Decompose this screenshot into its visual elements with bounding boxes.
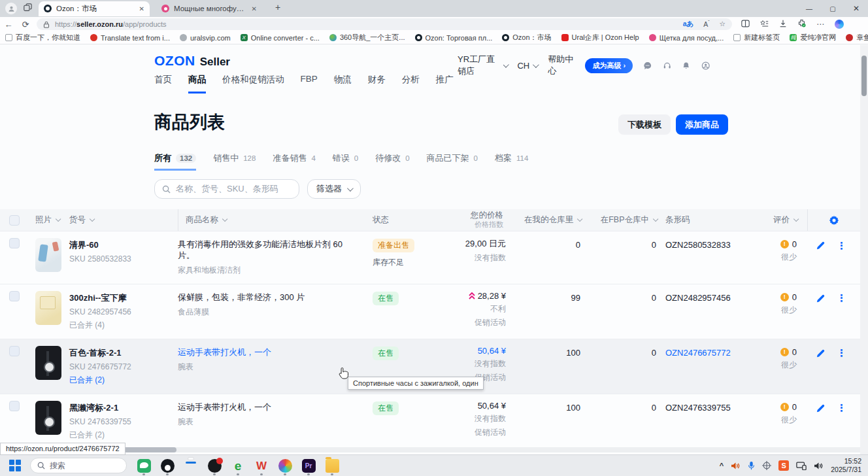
window-maximize-button[interactable]: ▢	[821, 0, 844, 17]
window-minimize-button[interactable]: —	[797, 0, 821, 17]
promo-link[interactable]: 促销活动	[459, 427, 506, 438]
become-premium-button[interactable]: 成为高级 ›	[585, 58, 633, 73]
copilot-icon[interactable]	[835, 20, 844, 29]
filter-tab-unlisted[interactable]: 商品已下架0	[427, 152, 478, 169]
window-close-button[interactable]: ✕	[844, 0, 868, 17]
tray-input-method-icon[interactable]	[762, 461, 771, 470]
tray-hidden-icons-chevron[interactable]: ^	[720, 462, 724, 469]
favorite-star-icon[interactable]: ☆	[720, 20, 726, 29]
bookmark-item[interactable]: Щетка для посуд,...	[649, 34, 724, 42]
edit-pencil-icon[interactable]	[816, 403, 826, 413]
row-checkbox[interactable]	[9, 291, 20, 301]
taskbar-file-explorer-icon[interactable]	[324, 456, 340, 475]
row-checkbox[interactable]	[9, 238, 20, 248]
column-rating[interactable]: 评价	[757, 214, 807, 226]
language-selector[interactable]: CH	[517, 61, 537, 71]
column-article[interactable]: 货号	[69, 214, 178, 226]
account-icon[interactable]	[701, 60, 710, 71]
table-row[interactable]: 清界-60SKU 2580532833 具有消毒作用的强效多功能清洁地板片剂 6…	[0, 231, 860, 284]
tab-close-icon[interactable]: ✕	[252, 5, 257, 12]
tray-volume-icon[interactable]	[731, 462, 741, 470]
filter-tab-to-fix[interactable]: 待修改0	[375, 152, 409, 169]
merged-label[interactable]: 已合并 (2)	[69, 430, 178, 441]
product-photo[interactable]	[35, 291, 61, 325]
taskbar-ie-icon[interactable]: e	[230, 456, 246, 475]
add-product-button[interactable]: 添加商品	[676, 114, 728, 135]
bookmark-item[interactable]: uralsvip.com	[180, 34, 231, 42]
nav-fbp[interactable]: FBP	[301, 74, 318, 94]
vertical-scrollbar[interactable]	[860, 45, 868, 454]
workspaces-icon[interactable]	[24, 3, 32, 14]
tray-sound-icon[interactable]	[814, 462, 824, 470]
bookmark-item[interactable]: 新建标签页	[733, 33, 780, 42]
nav-prices-promos[interactable]: 价格和促销活动	[222, 74, 284, 94]
tray-microphone-icon[interactable]	[748, 461, 755, 470]
read-aloud-icon[interactable]: Aˇ	[703, 20, 709, 29]
taskbar-edge-icon-active[interactable]	[183, 456, 199, 464]
extensions-icon[interactable]	[797, 19, 806, 29]
tab-close-icon[interactable]: ✕	[139, 5, 144, 12]
table-row[interactable]: 黑濑湾标-2-1SKU 2476339755已合并 (2) 运动手表带打火机，一…	[0, 394, 860, 449]
bookmark-item[interactable]: Translate text from i...	[90, 34, 170, 42]
filters-button[interactable]: 筛选器	[307, 179, 361, 199]
taskbar-color-wheel-icon[interactable]	[277, 456, 293, 475]
support-headset-icon[interactable]	[663, 60, 671, 71]
row-menu-icon[interactable]: ⋮	[837, 348, 846, 358]
chat-icon[interactable]	[643, 60, 652, 71]
browser-tab-inactive[interactable]: Мощные многофункциональнь ✕	[156, 1, 262, 16]
taskbar-premiere-icon[interactable]: Pr	[301, 456, 316, 475]
bookmark-item[interactable]: Ozon: Торговая пл...	[415, 34, 493, 42]
split-screen-icon[interactable]	[741, 20, 750, 29]
column-name[interactable]: 商品名称	[178, 214, 373, 226]
downloads-icon[interactable]	[779, 20, 787, 29]
row-checkbox[interactable]	[9, 346, 20, 356]
filter-tab-errors[interactable]: 错误0	[333, 152, 358, 169]
filter-tab-all[interactable]: 所有132	[154, 152, 196, 171]
favorites-bar-icon[interactable]	[760, 20, 769, 29]
product-name-link[interactable]: 运动手表带打火机，一个	[178, 346, 373, 358]
new-tab-button[interactable]: +	[275, 2, 280, 12]
nav-logistics[interactable]: 物流	[334, 74, 352, 94]
product-photo[interactable]	[35, 238, 61, 272]
download-template-button[interactable]: 下载模板	[618, 114, 671, 135]
bookmark-item[interactable]: 360导航_一个主页...	[329, 33, 405, 42]
taskbar-wps-icon[interactable]: W	[254, 456, 269, 475]
start-button[interactable]	[9, 460, 21, 471]
help-center-link[interactable]: 帮助中心	[548, 54, 575, 77]
bookmark-item[interactable]: XOnline converter - c...	[241, 34, 320, 42]
bookmark-item[interactable]: Ural企库 | Ozon Help	[561, 33, 639, 42]
product-name-link[interactable]: 运动手表带打火机，一个	[178, 401, 373, 413]
browser-tab-active[interactable]: Ozon：市场 ✕	[39, 1, 150, 16]
bookmark-item[interactable]: 百度一下，你就知道	[5, 33, 80, 42]
merged-label[interactable]: 已合并 (4)	[69, 320, 178, 331]
select-all-checkbox[interactable]	[9, 215, 20, 226]
lock-icon[interactable]	[43, 21, 50, 28]
table-settings-gear-icon[interactable]	[807, 215, 860, 226]
nav-analytics[interactable]: 分析	[402, 74, 420, 94]
browser-menu-icon[interactable]: ⋯	[816, 20, 824, 29]
product-name-link[interactable]: 保鲜膜，包装，非常经济，300 片	[178, 291, 373, 303]
price-value[interactable]: 50,64 ¥	[459, 346, 506, 356]
filter-tab-selling[interactable]: 销售中128	[213, 152, 256, 169]
taskbar-search[interactable]: 搜索	[30, 458, 127, 473]
ozon-seller-logo[interactable]: OZONSeller	[154, 53, 230, 69]
product-photo[interactable]	[35, 346, 61, 380]
column-fbp[interactable]: 在FBP仓库中	[583, 214, 659, 226]
row-menu-icon[interactable]: ⋮	[837, 294, 846, 303]
product-photo[interactable]	[35, 401, 61, 435]
taskbar-clock[interactable]: 15:522025/7/31	[831, 457, 861, 474]
column-stock[interactable]: 在我的仓库里	[506, 214, 583, 226]
url-field[interactable]: https://seller.ozon.ru/app/products aあ A…	[37, 18, 732, 30]
taskbar-obs-icon[interactable]	[207, 456, 222, 475]
refresh-icon[interactable]: ⟳	[17, 20, 34, 29]
vertical-scrollbar-thumb[interactable]	[861, 56, 867, 96]
barcode-value[interactable]: OZN2476675772	[659, 346, 757, 358]
translate-icon[interactable]: aあ	[683, 20, 694, 29]
taskbar-qq-icon[interactable]	[159, 456, 175, 475]
nav-promotion[interactable]: 推广	[436, 74, 454, 94]
back-icon[interactable]: ←	[0, 20, 17, 29]
tray-cast-icon[interactable]	[796, 462, 807, 470]
bookmark-item[interactable]: 章鱼AI	[846, 33, 868, 42]
bookmark-item[interactable]: 纯爱纯净官网	[790, 33, 836, 42]
row-menu-icon[interactable]: ⋮	[837, 403, 846, 413]
